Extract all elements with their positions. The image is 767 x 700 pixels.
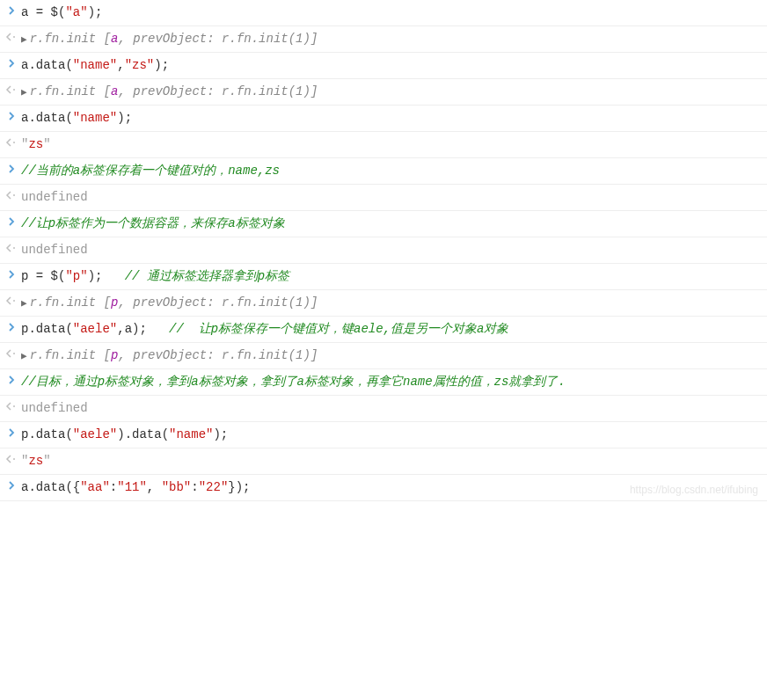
code-segment: "name" bbox=[73, 111, 117, 125]
code-segment: ); bbox=[88, 269, 125, 283]
code-segment: ); bbox=[117, 111, 132, 125]
code-segment: a.data( bbox=[21, 58, 73, 72]
svg-point-4 bbox=[13, 247, 15, 249]
console-output-row[interactable]: "zs" bbox=[0, 132, 767, 158]
console-row-content: a.data({"aa":"11", "bb":"22"}); bbox=[21, 478, 760, 497]
console-row-content: //让p标签作为一个数据容器，来保存a标签对象 bbox=[21, 215, 760, 233]
code-segment: "11" bbox=[117, 480, 147, 494]
output-return-icon bbox=[5, 189, 18, 201]
console-input-row[interactable]: a = $("a"); bbox=[0, 0, 767, 26]
output-return-icon bbox=[5, 242, 18, 254]
code-segment: "name" bbox=[73, 58, 117, 72]
console-input-row[interactable]: p.data("aele",a); // 让p标签保存一个键值对，键aele,值… bbox=[0, 317, 767, 343]
code-segment: , prevObject: r.fn.init(1) bbox=[118, 84, 310, 98]
console-panel: a = $("a");▶r.fn.init [a, prevObject: r.… bbox=[0, 0, 767, 501]
console-input-row[interactable]: //让p标签作为一个数据容器，来保存a标签对象 bbox=[0, 211, 767, 237]
code-segment: r.fn.init [ bbox=[30, 348, 111, 362]
input-prompt-icon bbox=[5, 321, 18, 333]
expand-arrow-icon[interactable]: ▶ bbox=[21, 33, 27, 47]
input-prompt-icon bbox=[5, 268, 18, 281]
console-output-row[interactable]: undefined bbox=[0, 185, 767, 211]
code-segment: a = $( bbox=[21, 5, 65, 19]
code-segment: ); bbox=[213, 427, 228, 441]
code-segment: a.data({ bbox=[21, 480, 80, 494]
code-segment: : bbox=[110, 480, 117, 494]
console-input-row[interactable]: //当前的a标签保存着一个键值对的，name,zs bbox=[0, 158, 767, 185]
console-output-row[interactable]: ▶r.fn.init [p, prevObject: r.fn.init(1)] bbox=[0, 343, 767, 369]
console-row-content: "zs" bbox=[21, 135, 760, 154]
code-segment: "bb" bbox=[162, 480, 192, 494]
console-input-row[interactable]: p = $("p"); // 通过标签选择器拿到p标签 bbox=[0, 264, 767, 290]
console-input-row[interactable]: a.data({"aa":"11", "bb":"22"}); bbox=[0, 475, 767, 501]
console-output-row[interactable]: ▶r.fn.init [a, prevObject: r.fn.init(1)] bbox=[0, 79, 767, 106]
console-output-row[interactable]: ▶r.fn.init [a, prevObject: r.fn.init(1)] bbox=[0, 26, 767, 53]
code-segment: //目标，通过p标签对象，拿到a标签对象，拿到了a标签对象，再拿它name属性的… bbox=[21, 375, 566, 389]
code-segment: ); bbox=[154, 58, 169, 72]
code-segment: ] bbox=[310, 32, 318, 46]
code-segment: , bbox=[147, 480, 162, 494]
code-segment: "p" bbox=[65, 269, 87, 283]
input-prompt-icon bbox=[5, 110, 18, 122]
input-prompt-icon bbox=[5, 215, 18, 228]
code-segment: //当前的a标签保存着一个键值对的，name,zs bbox=[21, 164, 280, 178]
code-segment: " bbox=[43, 454, 50, 468]
code-segment: ); bbox=[88, 5, 103, 19]
console-row-content: p.data("aele").data("name"); bbox=[21, 426, 760, 444]
console-row-content: ▶r.fn.init [a, prevObject: r.fn.init(1)] bbox=[21, 83, 760, 101]
expand-arrow-icon[interactable]: ▶ bbox=[21, 349, 27, 364]
code-segment: // 通过标签选择器拿到p标签 bbox=[125, 269, 290, 283]
output-return-icon bbox=[5, 400, 18, 412]
code-segment: undefined bbox=[21, 243, 88, 257]
code-segment: ,a); bbox=[117, 322, 169, 336]
code-segment: }); bbox=[228, 480, 250, 494]
svg-point-8 bbox=[13, 458, 15, 460]
code-segment: ).data( bbox=[117, 427, 169, 441]
output-return-icon bbox=[5, 84, 18, 96]
code-segment: zs bbox=[28, 454, 43, 468]
console-output-row[interactable]: "zs" bbox=[0, 448, 767, 475]
code-segment: "zs" bbox=[125, 58, 155, 72]
code-segment: r.fn.init [ bbox=[30, 32, 111, 46]
code-segment: p.data( bbox=[21, 427, 73, 441]
code-segment: "name" bbox=[169, 427, 213, 441]
code-segment: "22" bbox=[199, 480, 229, 494]
output-return-icon bbox=[5, 136, 18, 149]
code-segment: "a" bbox=[65, 5, 87, 19]
console-output-row[interactable]: undefined bbox=[0, 237, 767, 264]
code-segment: a.data( bbox=[21, 111, 73, 125]
console-row-content: undefined bbox=[21, 188, 760, 207]
console-input-row[interactable]: p.data("aele").data("name"); bbox=[0, 422, 767, 448]
console-input-row[interactable]: //目标，通过p标签对象，拿到a标签对象，拿到了a标签对象，再拿它name属性的… bbox=[0, 369, 767, 396]
console-row-content: ▶r.fn.init [p, prevObject: r.fn.init(1)] bbox=[21, 346, 760, 365]
expand-arrow-icon[interactable]: ▶ bbox=[21, 296, 27, 311]
output-return-icon bbox=[5, 453, 18, 465]
svg-point-6 bbox=[13, 353, 15, 354]
input-prompt-icon bbox=[5, 427, 18, 439]
console-row-content: a.data("name"); bbox=[21, 109, 760, 128]
console-output-row[interactable]: ▶r.fn.init [p, prevObject: r.fn.init(1)] bbox=[0, 290, 767, 317]
svg-point-3 bbox=[13, 194, 15, 196]
input-prompt-icon bbox=[5, 4, 18, 17]
console-row-content: p.data("aele",a); // 让p标签保存一个键值对，键aele,值… bbox=[21, 320, 760, 339]
console-row-content: //目标，通过p标签对象，拿到a标签对象，拿到了a标签对象，再拿它name属性的… bbox=[21, 373, 760, 391]
console-row-content: //当前的a标签保存着一个键值对的，name,zs bbox=[21, 162, 760, 180]
code-segment: p = $( bbox=[21, 269, 65, 283]
code-segment: undefined bbox=[21, 401, 88, 415]
code-segment: "aele" bbox=[73, 427, 117, 441]
console-input-row[interactable]: a.data("name","zs"); bbox=[0, 53, 767, 79]
console-output-row[interactable]: undefined bbox=[0, 396, 767, 422]
expand-arrow-icon[interactable]: ▶ bbox=[21, 85, 27, 100]
code-segment: ] bbox=[310, 84, 318, 98]
output-return-icon bbox=[5, 295, 18, 307]
code-segment: undefined bbox=[21, 190, 88, 204]
code-segment: : bbox=[191, 480, 198, 494]
console-row-content: ▶r.fn.init [p, prevObject: r.fn.init(1)] bbox=[21, 294, 760, 312]
code-segment: , prevObject: r.fn.init(1) bbox=[118, 32, 310, 46]
svg-point-7 bbox=[13, 405, 15, 407]
code-segment: , prevObject: r.fn.init(1) bbox=[118, 295, 310, 310]
code-segment: " bbox=[43, 137, 50, 151]
svg-point-0 bbox=[13, 36, 15, 38]
console-input-row[interactable]: a.data("name"); bbox=[0, 106, 767, 132]
svg-point-5 bbox=[13, 300, 15, 302]
console-row-content: a = $("a"); bbox=[21, 4, 760, 22]
